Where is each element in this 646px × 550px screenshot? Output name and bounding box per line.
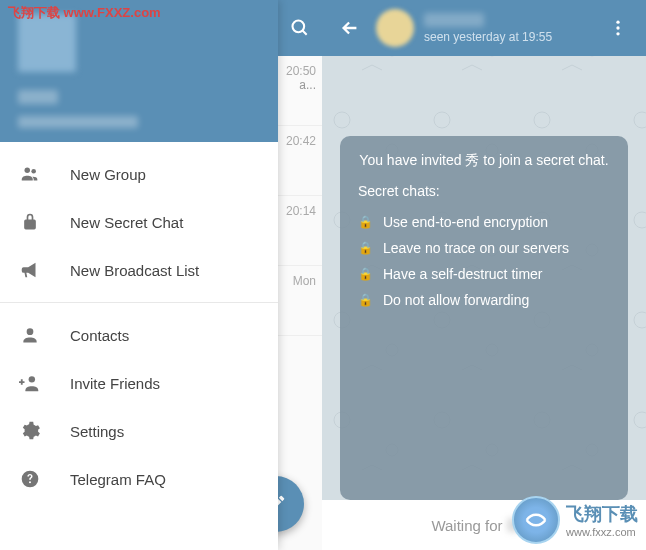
person-add-icon	[18, 371, 42, 395]
chat-list-row[interactable]: 20:42	[278, 126, 322, 196]
megaphone-icon	[18, 258, 42, 282]
person-icon	[18, 323, 42, 347]
chat-body: You have invited 秀 to join a secret chat…	[322, 56, 646, 500]
gear-icon	[18, 419, 42, 443]
svg-point-2	[25, 168, 31, 174]
chat-list-row[interactable]: 20:50 a...	[278, 56, 322, 126]
menu-invite-friends[interactable]: Invite Friends	[0, 359, 278, 407]
svg-point-0	[293, 21, 305, 33]
menu-label: Telegram FAQ	[70, 471, 166, 488]
secret-chat-subtitle: Secret chats:	[358, 183, 610, 199]
chat-list-row[interactable]: Mon	[278, 266, 322, 336]
svg-point-3	[31, 169, 36, 174]
feature-item: 🔒Do not allow forwarding	[358, 287, 610, 313]
left-panel: 20:50 a... 20:42 20:14 Mon	[0, 0, 322, 550]
watermark-url: www.fxxz.com	[566, 526, 638, 538]
search-icon[interactable]	[278, 0, 322, 56]
feature-item: 🔒Use end-to-end encryption	[358, 209, 610, 235]
lock-icon: 🔒	[358, 293, 373, 307]
menu-label: Contacts	[70, 327, 129, 344]
menu-label: New Secret Chat	[70, 214, 183, 231]
drawer-menu: New Group New Secret Chat New Broadcast …	[0, 142, 278, 503]
menu-label: New Group	[70, 166, 146, 183]
chat-list-background: 20:50 a... 20:42 20:14 Mon	[278, 0, 322, 550]
lock-icon	[18, 210, 42, 234]
feature-item: 🔒Have a self-destruct timer	[358, 261, 610, 287]
menu-label: Settings	[70, 423, 124, 440]
waiting-text: Waiting for	[431, 517, 502, 534]
chat-avatar[interactable]	[376, 9, 414, 47]
invite-message: You have invited 秀 to join a secret chat…	[358, 150, 610, 171]
secret-chat-info-card: You have invited 秀 to join a secret chat…	[340, 136, 628, 500]
profile-name	[18, 90, 58, 104]
menu-new-group[interactable]: New Group	[0, 150, 278, 198]
feature-item: 🔒Leave no trace on our servers	[358, 235, 610, 261]
menu-settings[interactable]: Settings	[0, 407, 278, 455]
chat-status: seen yesterday at 19:55	[424, 30, 602, 44]
svg-point-8	[616, 26, 619, 29]
profile-phone	[18, 116, 138, 128]
watermark-logo-icon	[512, 496, 560, 544]
navigation-drawer: New Group New Secret Chat New Broadcast …	[0, 0, 278, 550]
watermark-bottom-right: 飞翔下载 www.fxxz.com	[512, 496, 638, 544]
lock-icon: 🔒	[358, 241, 373, 255]
lock-icon: 🔒	[358, 215, 373, 229]
menu-label: New Broadcast List	[70, 262, 199, 279]
svg-point-5	[29, 376, 35, 382]
menu-label: Invite Friends	[70, 375, 160, 392]
chat-header: seen yesterday at 19:55	[322, 0, 646, 56]
lock-icon: 🔒	[358, 267, 373, 281]
back-button[interactable]	[334, 17, 366, 39]
group-icon	[18, 162, 42, 186]
secret-feature-list: 🔒Use end-to-end encryption 🔒Leave no tra…	[358, 209, 610, 313]
chat-contact-name	[424, 13, 484, 27]
svg-point-7	[616, 21, 619, 24]
svg-point-4	[27, 328, 34, 335]
menu-new-secret-chat[interactable]: New Secret Chat	[0, 198, 278, 246]
chat-list-row[interactable]: 20:14	[278, 196, 322, 266]
menu-divider	[0, 302, 278, 303]
svg-point-9	[616, 32, 619, 35]
more-button[interactable]	[602, 18, 634, 38]
watermark-brand: 飞翔下载	[566, 502, 638, 526]
svg-line-1	[303, 31, 307, 35]
menu-faq[interactable]: Telegram FAQ	[0, 455, 278, 503]
watermark-top-left: 飞翔下载 www.FXXZ.com	[8, 4, 161, 22]
chat-title-box[interactable]: seen yesterday at 19:55	[424, 13, 602, 44]
secret-chat-panel: seen yesterday at 19:55 You have invited…	[322, 0, 646, 550]
profile-avatar[interactable]	[18, 14, 76, 72]
menu-contacts[interactable]: Contacts	[0, 311, 278, 359]
menu-new-broadcast[interactable]: New Broadcast List	[0, 246, 278, 294]
help-icon	[18, 467, 42, 491]
